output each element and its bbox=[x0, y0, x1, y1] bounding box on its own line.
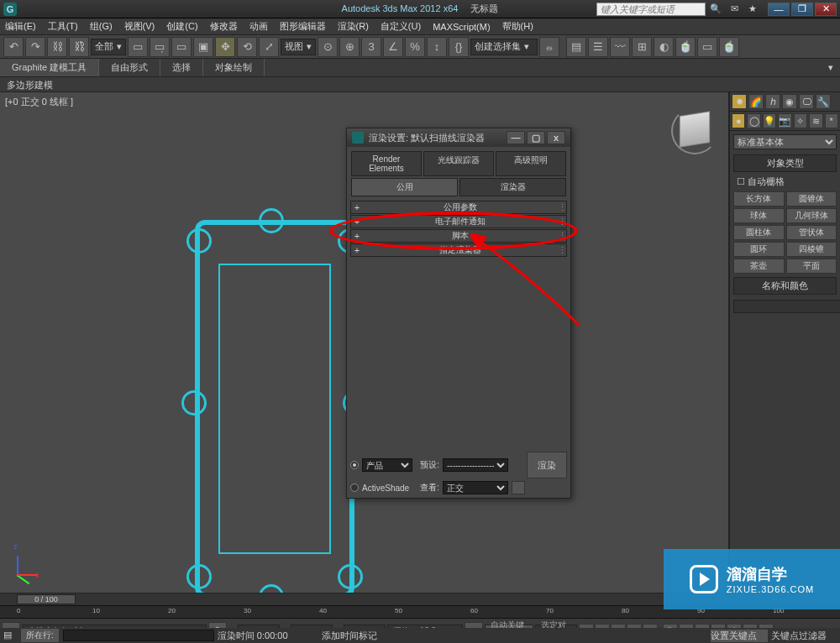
menu-animation[interactable]: 动画 bbox=[249, 20, 268, 33]
utilities-tab-icon[interactable]: 🔧 bbox=[816, 94, 831, 109]
render-button[interactable]: 渲染 bbox=[527, 452, 567, 478]
pivot-icon[interactable]: ⊙ bbox=[318, 37, 338, 57]
material-editor-icon[interactable]: ◐ bbox=[654, 37, 674, 57]
dialog-minimize-button[interactable]: — bbox=[507, 131, 525, 144]
btn-cylinder[interactable]: 圆柱体 bbox=[733, 225, 785, 240]
restore-button[interactable]: ❐ bbox=[791, 3, 813, 16]
render-production-icon[interactable]: 🍵 bbox=[719, 37, 739, 57]
display-tab-icon[interactable]: 🖵 bbox=[799, 94, 814, 109]
preset-dropdown[interactable]: ----------------------------- bbox=[443, 458, 508, 472]
motion-tab-icon[interactable]: ◉ bbox=[782, 94, 797, 109]
layers-icon[interactable]: ☰ bbox=[588, 37, 608, 57]
menu-views[interactable]: 视图(V) bbox=[124, 20, 155, 33]
edit-named-sel-icon[interactable]: {} bbox=[449, 37, 469, 57]
minilistener-input[interactable] bbox=[63, 630, 214, 641]
keyfilter-button[interactable]: 关键点过滤器 bbox=[771, 630, 837, 642]
tab-render-elements[interactable]: Render Elements bbox=[351, 151, 422, 176]
select-region-icon[interactable]: ▭ bbox=[171, 37, 192, 57]
ribbon-tab-freeform[interactable]: 自由形式 bbox=[99, 59, 160, 76]
selection-filter-combo[interactable]: 全部▾ bbox=[91, 39, 126, 55]
rollout-object-type[interactable]: 对象类型 bbox=[733, 154, 837, 172]
manipulate-icon[interactable]: ⊕ bbox=[339, 37, 360, 57]
rendered-frame-icon[interactable]: ▭ bbox=[697, 37, 717, 57]
btn-pyramid[interactable]: 四棱锥 bbox=[786, 242, 837, 257]
close-button[interactable]: ✕ bbox=[815, 3, 837, 16]
object-name-input[interactable] bbox=[733, 300, 840, 313]
systems-icon[interactable]: * bbox=[825, 113, 838, 128]
ribbon-tab-selection[interactable]: 选择 bbox=[160, 59, 203, 76]
select-name-icon[interactable]: ▭̣ bbox=[150, 37, 170, 57]
add-time-tag[interactable]: 添加时间标记 bbox=[322, 630, 397, 642]
btn-sphere[interactable]: 球体 bbox=[733, 208, 785, 223]
prompt-label[interactable]: 所在行: bbox=[20, 628, 60, 643]
select-object-icon[interactable]: ▭ bbox=[128, 37, 148, 57]
menu-customize[interactable]: 自定义(U) bbox=[381, 20, 421, 33]
btn-teapot[interactable]: 茶壶 bbox=[733, 259, 785, 274]
spacewarps-icon[interactable]: ≋ bbox=[809, 113, 822, 128]
lock-view-icon[interactable] bbox=[512, 481, 525, 494]
select-rotate-icon[interactable]: ⟲ bbox=[237, 37, 257, 57]
undo-icon[interactable]: ↶ bbox=[3, 37, 24, 57]
listener-icon[interactable]: ▤ bbox=[3, 630, 17, 641]
radio-production[interactable] bbox=[350, 461, 359, 469]
tab-advanced-lighting[interactable]: 高级照明 bbox=[496, 151, 566, 176]
target-dropdown[interactable]: 产品 bbox=[362, 458, 412, 472]
helpers-icon[interactable]: ✧ bbox=[794, 113, 807, 128]
menu-rendering[interactable]: 渲染(R) bbox=[338, 20, 369, 33]
menu-tools[interactable]: 工具(T) bbox=[48, 20, 78, 33]
app-icon[interactable]: G bbox=[3, 3, 17, 16]
create-tab-icon[interactable]: ✸ bbox=[732, 94, 747, 109]
named-selset-combo[interactable]: 创建选择集▾ bbox=[470, 39, 538, 55]
angle-snap-icon[interactable]: ∠ bbox=[383, 37, 403, 57]
snap-toggle-icon[interactable]: 3 bbox=[361, 37, 381, 57]
rollout-assign-renderer[interactable]: +指定渲染器⋮ bbox=[350, 243, 567, 257]
btn-torus[interactable]: 圆环 bbox=[733, 242, 785, 257]
unlink-icon[interactable]: ⛓̸ bbox=[69, 37, 89, 57]
curve-editor-icon[interactable]: 〰 bbox=[610, 37, 630, 57]
view-dropdown[interactable]: 正交 bbox=[443, 481, 508, 494]
comm-center-icon[interactable]: ✉ bbox=[726, 3, 743, 16]
schematic-icon[interactable]: ⊞ bbox=[632, 37, 652, 57]
help-search-input[interactable] bbox=[596, 3, 706, 16]
select-scale-icon[interactable]: ⤢ bbox=[259, 37, 279, 57]
link-icon[interactable]: ⛓ bbox=[47, 37, 67, 57]
hierarchy-tab-icon[interactable]: ℎ bbox=[765, 94, 780, 109]
tab-raytracer[interactable]: 光线跟踪器 bbox=[423, 151, 494, 176]
refcoord-combo[interactable]: 视图▾ bbox=[281, 39, 316, 55]
favorites-icon[interactable]: ★ bbox=[744, 3, 761, 16]
redo-icon[interactable]: ↷ bbox=[25, 37, 45, 57]
menu-help[interactable]: 帮助(H) bbox=[502, 20, 533, 33]
time-slider-handle[interactable]: 0 / 100 bbox=[17, 594, 76, 604]
geometry-icon[interactable]: ● bbox=[732, 113, 745, 128]
tab-renderer[interactable]: 渲染器 bbox=[459, 178, 566, 196]
viewcube[interactable] bbox=[675, 111, 715, 151]
btn-tube[interactable]: 管状体 bbox=[786, 225, 837, 240]
render-setup-icon[interactable]: 🍵 bbox=[675, 37, 696, 57]
lights-icon[interactable]: 💡 bbox=[763, 113, 776, 128]
dialog-close-button[interactable]: x bbox=[547, 131, 565, 144]
ribbon-tab-graphite[interactable]: Graphite 建模工具 bbox=[0, 59, 99, 76]
ribbon-expand-icon[interactable]: ▾ bbox=[822, 62, 840, 73]
radio-activeshade[interactable] bbox=[350, 484, 359, 492]
shapes-icon[interactable]: ◯ bbox=[747, 113, 760, 128]
mirror-icon[interactable]: ⏛ bbox=[539, 37, 559, 57]
menu-modifiers[interactable]: 修改器 bbox=[210, 20, 238, 33]
select-move-icon[interactable]: ✥ bbox=[215, 37, 235, 57]
search-icon[interactable]: 🔍 bbox=[707, 3, 724, 16]
rollout-name-color[interactable]: 名称和颜色 bbox=[733, 277, 837, 295]
percent-snap-icon[interactable]: % bbox=[405, 37, 425, 57]
menu-create[interactable]: 创建(C) bbox=[166, 20, 197, 33]
rollout-scripts[interactable]: +脚本⋮ bbox=[350, 229, 567, 243]
dialog-maximize-button[interactable]: ▢ bbox=[527, 131, 545, 144]
btn-geosphere[interactable]: 几何球体 bbox=[786, 208, 837, 223]
menu-maxscript[interactable]: MAXScript(M) bbox=[433, 22, 490, 32]
align-icon[interactable]: ▤ bbox=[566, 37, 586, 57]
btn-box[interactable]: 长方体 bbox=[733, 191, 785, 206]
rollout-email-notify[interactable]: +电子邮件通知⋮ bbox=[350, 215, 567, 228]
viewport-label[interactable]: [+0 正交 0 线框 ] bbox=[5, 96, 73, 108]
menu-group[interactable]: 组(G) bbox=[90, 20, 113, 33]
window-crossing-icon[interactable]: ▣ bbox=[193, 37, 213, 57]
rollout-common-params[interactable]: +公用参数⋮ bbox=[350, 201, 567, 214]
spinner-snap-icon[interactable]: ↕ bbox=[427, 37, 447, 57]
minimize-button[interactable]: — bbox=[768, 3, 790, 16]
